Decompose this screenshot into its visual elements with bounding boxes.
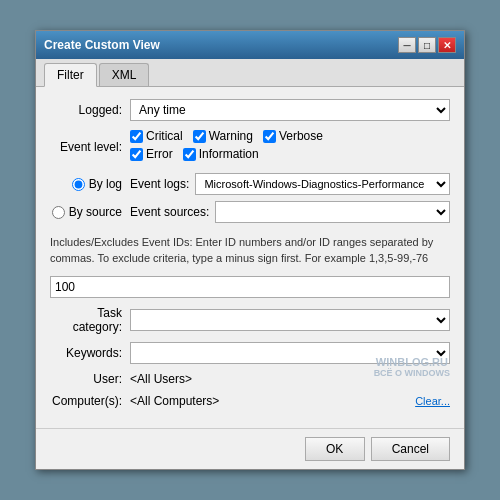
event-logs-field: Event logs: Microsoft-Windows-Diagnostic… bbox=[130, 173, 450, 195]
title-bar: Create Custom View ─ □ ✕ bbox=[36, 31, 464, 59]
keywords-label: Keywords: bbox=[50, 346, 130, 360]
task-category-select[interactable] bbox=[130, 309, 450, 331]
by-source-row: By source Event sources: bbox=[50, 201, 450, 223]
dialog-footer: OK Cancel bbox=[36, 428, 464, 469]
verbose-checkbox[interactable] bbox=[263, 130, 276, 143]
cancel-button[interactable]: Cancel bbox=[371, 437, 450, 461]
computers-text: <All Computers> bbox=[130, 394, 219, 408]
user-value: <All Users> bbox=[130, 372, 450, 386]
task-category-field bbox=[130, 309, 450, 331]
minimize-button[interactable]: ─ bbox=[398, 37, 416, 53]
by-log-label: By log bbox=[89, 177, 122, 191]
dialog-title: Create Custom View bbox=[44, 38, 160, 52]
warning-checkbox[interactable] bbox=[193, 130, 206, 143]
filter-content: Logged: Any time Event level: Critical bbox=[36, 87, 464, 428]
user-text: <All Users> bbox=[130, 372, 192, 386]
logged-row: Logged: Any time bbox=[50, 99, 450, 121]
event-id-row bbox=[50, 276, 450, 298]
verbose-label: Verbose bbox=[279, 129, 323, 143]
create-custom-view-dialog: Create Custom View ─ □ ✕ Filter XML Logg… bbox=[35, 30, 465, 470]
critical-checkbox-item[interactable]: Critical bbox=[130, 129, 183, 143]
information-checkbox-item[interactable]: Information bbox=[183, 147, 259, 161]
maximize-button[interactable]: □ bbox=[418, 37, 436, 53]
tab-xml[interactable]: XML bbox=[99, 63, 150, 86]
ok-button[interactable]: OK bbox=[305, 437, 365, 461]
error-checkbox[interactable] bbox=[130, 148, 143, 161]
logged-select[interactable]: Any time bbox=[130, 99, 450, 121]
event-level-checkboxes: Critical Warning Verbose Error bbox=[130, 129, 450, 165]
verbose-checkbox-item[interactable]: Verbose bbox=[263, 129, 323, 143]
by-source-radio[interactable] bbox=[52, 206, 65, 219]
event-id-input[interactable] bbox=[50, 276, 450, 298]
by-log-row: By log Event logs: Microsoft-Windows-Dia… bbox=[50, 173, 450, 195]
computers-field: <All Computers> Clear... bbox=[130, 394, 450, 408]
warning-checkbox-item[interactable]: Warning bbox=[193, 129, 253, 143]
event-level-label: Event level: bbox=[50, 140, 130, 154]
logged-field: Any time bbox=[130, 99, 450, 121]
user-row: User: <All Users> bbox=[50, 372, 450, 386]
task-category-label: Task category: bbox=[50, 306, 130, 334]
event-logs-label: Event logs: bbox=[130, 177, 189, 191]
clear-link[interactable]: Clear... bbox=[415, 395, 450, 407]
title-bar-buttons: ─ □ ✕ bbox=[398, 37, 456, 53]
keywords-select[interactable] bbox=[130, 342, 450, 364]
by-log-radio-col: By log bbox=[50, 177, 130, 191]
critical-checkbox[interactable] bbox=[130, 130, 143, 143]
by-source-radio-col: By source bbox=[50, 205, 130, 219]
event-level-row2: Error Information bbox=[130, 147, 450, 161]
task-category-row: Task category: bbox=[50, 306, 450, 334]
close-button[interactable]: ✕ bbox=[438, 37, 456, 53]
event-logs-select[interactable]: Microsoft-Windows-Diagnostics-Performanc… bbox=[195, 173, 450, 195]
event-level-row1: Critical Warning Verbose bbox=[130, 129, 450, 143]
log-source-section: By log Event logs: Microsoft-Windows-Dia… bbox=[50, 173, 450, 223]
event-sources-select[interactable] bbox=[215, 201, 450, 223]
event-level-row: Event level: Critical Warning Verbose bbox=[50, 129, 450, 165]
event-sources-label: Event sources: bbox=[130, 205, 209, 219]
warning-label: Warning bbox=[209, 129, 253, 143]
information-checkbox[interactable] bbox=[183, 148, 196, 161]
hint-text: Includes/Excludes Event IDs: Enter ID nu… bbox=[50, 231, 450, 270]
logged-label: Logged: bbox=[50, 103, 130, 117]
tab-bar: Filter XML bbox=[36, 59, 464, 87]
user-label: User: bbox=[50, 372, 130, 386]
tab-filter[interactable]: Filter bbox=[44, 63, 97, 87]
information-label: Information bbox=[199, 147, 259, 161]
computers-row: Computer(s): <All Computers> Clear... bbox=[50, 394, 450, 408]
by-log-radio[interactable] bbox=[72, 178, 85, 191]
keywords-row: Keywords: bbox=[50, 342, 450, 364]
critical-label: Critical bbox=[146, 129, 183, 143]
by-source-label: By source bbox=[69, 205, 122, 219]
error-checkbox-item[interactable]: Error bbox=[130, 147, 173, 161]
keywords-field bbox=[130, 342, 450, 364]
computers-label: Computer(s): bbox=[50, 394, 130, 408]
error-label: Error bbox=[146, 147, 173, 161]
event-sources-field: Event sources: bbox=[130, 201, 450, 223]
